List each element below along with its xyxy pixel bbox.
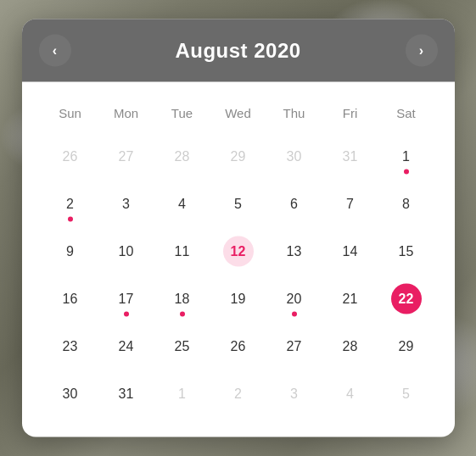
- day-cell[interactable]: 10: [98, 229, 154, 275]
- day-cell[interactable]: 23: [42, 324, 98, 370]
- day-cell[interactable]: 13: [266, 229, 322, 275]
- weekday-label: Tue: [154, 99, 210, 127]
- day-number: 1: [167, 379, 198, 409]
- day-number: 25: [167, 331, 198, 362]
- day-cell[interactable]: 21: [322, 276, 378, 322]
- day-number: 23: [55, 331, 86, 362]
- day-cell[interactable]: 3: [266, 371, 322, 417]
- day-number: 19: [223, 284, 254, 314]
- day-number: 30: [55, 379, 86, 409]
- weekday-label: Mon: [98, 99, 154, 127]
- day-cell[interactable]: 1: [154, 371, 210, 417]
- day-number: 26: [55, 142, 86, 172]
- day-cell[interactable]: 2: [42, 181, 98, 227]
- day-cell[interactable]: 28: [322, 324, 378, 370]
- day-cell[interactable]: 14: [322, 229, 378, 275]
- day-cell[interactable]: 22: [378, 276, 434, 322]
- day-number: 26: [223, 331, 254, 362]
- day-number: 28: [335, 331, 366, 362]
- month-title: August 2020: [175, 39, 300, 63]
- day-number: 18: [167, 284, 198, 314]
- day-cell[interactable]: 27: [266, 324, 322, 370]
- day-cell[interactable]: 25: [154, 324, 210, 370]
- day-number: 16: [55, 284, 86, 314]
- day-cell[interactable]: 29: [378, 324, 434, 370]
- day-cell[interactable]: 8: [378, 181, 434, 227]
- day-number: 2: [223, 379, 254, 409]
- day-number: 5: [223, 189, 254, 220]
- day-cell[interactable]: 26: [210, 324, 266, 370]
- day-number: 10: [111, 236, 142, 267]
- day-number: 3: [111, 189, 142, 220]
- day-number: 1: [391, 142, 422, 172]
- weekday-label: Sat: [378, 99, 434, 127]
- day-cell[interactable]: 12: [210, 229, 266, 275]
- day-cell[interactable]: 20: [266, 276, 322, 322]
- weekday-label: Fri: [322, 99, 378, 127]
- day-cell[interactable]: 18: [154, 276, 210, 322]
- day-number: 6: [279, 189, 310, 220]
- day-number: 31: [111, 379, 142, 409]
- day-number: 11: [167, 236, 198, 267]
- day-cell[interactable]: 4: [322, 371, 378, 417]
- day-cell[interactable]: 30: [266, 134, 322, 180]
- day-cell[interactable]: 31: [322, 134, 378, 180]
- day-number: 21: [335, 284, 366, 314]
- day-number: 9: [55, 236, 86, 267]
- day-cell[interactable]: 16: [42, 276, 98, 322]
- day-cell[interactable]: 26: [42, 134, 98, 180]
- day-cell[interactable]: 27: [98, 134, 154, 180]
- day-cell[interactable]: 2: [210, 371, 266, 417]
- day-number: 7: [335, 189, 366, 220]
- day-number: 14: [335, 236, 366, 267]
- day-number: 15: [391, 236, 422, 267]
- day-number: 4: [167, 189, 198, 220]
- day-cell[interactable]: 15: [378, 229, 434, 275]
- prev-month-button[interactable]: ‹: [39, 35, 71, 67]
- calendar-body: SunMonTueWedThuFriSat 262728293031123456…: [22, 82, 455, 437]
- day-cell[interactable]: 1: [378, 134, 434, 180]
- day-number: 28: [167, 142, 198, 172]
- day-cell[interactable]: 5: [378, 371, 434, 417]
- day-number: 29: [391, 331, 422, 362]
- day-cell[interactable]: 7: [322, 181, 378, 227]
- day-number: 31: [335, 142, 366, 172]
- calendar-header: ‹ August 2020 ›: [22, 19, 455, 82]
- day-number: 20: [279, 284, 310, 314]
- day-number: 3: [279, 379, 310, 409]
- weekdays-row: SunMonTueWedThuFriSat: [42, 99, 434, 127]
- day-cell[interactable]: 17: [98, 276, 154, 322]
- day-number: 8: [391, 189, 422, 220]
- day-number: 2: [55, 189, 86, 220]
- day-number: 12: [223, 236, 254, 267]
- day-number: 4: [335, 379, 366, 409]
- day-cell[interactable]: 3: [98, 181, 154, 227]
- day-number: 5: [391, 379, 422, 409]
- day-cell[interactable]: 24: [98, 324, 154, 370]
- day-number: 24: [111, 331, 142, 362]
- calendar: ‹ August 2020 › SunMonTueWedThuFriSat 26…: [22, 19, 455, 437]
- day-number: 30: [279, 142, 310, 172]
- days-grid: 2627282930311234567891011121314151617181…: [42, 134, 434, 417]
- day-cell[interactable]: 29: [210, 134, 266, 180]
- day-cell[interactable]: 9: [42, 229, 98, 275]
- weekday-label: Thu: [266, 99, 322, 127]
- day-cell[interactable]: 31: [98, 371, 154, 417]
- day-number: 27: [111, 142, 142, 172]
- day-number: 17: [111, 284, 142, 314]
- day-cell[interactable]: 11: [154, 229, 210, 275]
- day-number: 13: [279, 236, 310, 267]
- weekday-label: Wed: [210, 99, 266, 127]
- day-cell[interactable]: 19: [210, 276, 266, 322]
- weekday-label: Sun: [42, 99, 98, 127]
- day-cell[interactable]: 6: [266, 181, 322, 227]
- next-month-button[interactable]: ›: [406, 35, 438, 67]
- day-cell[interactable]: 28: [154, 134, 210, 180]
- day-cell[interactable]: 4: [154, 181, 210, 227]
- day-cell[interactable]: 5: [210, 181, 266, 227]
- day-cell[interactable]: 30: [42, 371, 98, 417]
- day-number: 27: [279, 331, 310, 362]
- day-number: 22: [391, 284, 422, 314]
- day-number: 29: [223, 142, 254, 172]
